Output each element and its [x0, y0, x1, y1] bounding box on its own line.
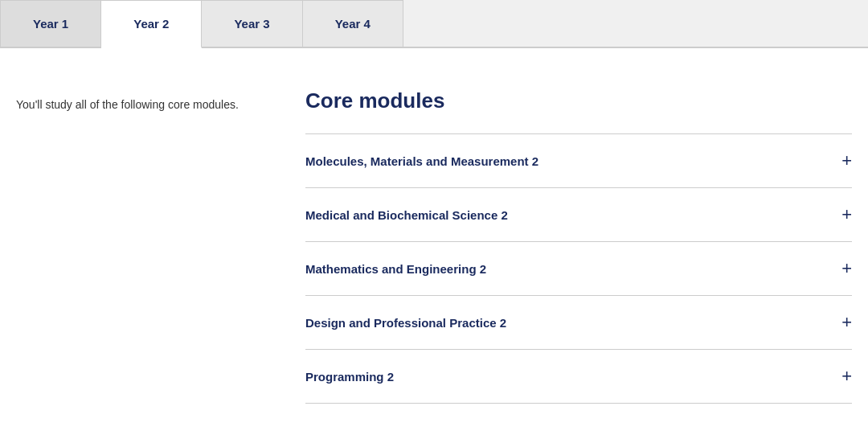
left-panel: You'll study all of the following core m… — [16, 88, 273, 404]
module-item-1[interactable]: Molecules, Materials and Measurement 2+ — [305, 133, 852, 187]
right-panel: Core modules Molecules, Materials and Me… — [305, 88, 852, 404]
module-item-2[interactable]: Medical and Biochemical Science 2+ — [305, 187, 852, 241]
tab-year1[interactable]: Year 1 — [0, 0, 101, 47]
year-tabs: Year 1Year 2Year 3Year 4 — [0, 0, 868, 48]
core-modules-description: You'll study all of the following core m… — [16, 96, 273, 113]
expand-icon-5: + — [841, 367, 852, 385]
module-name-2: Medical and Biochemical Science 2 — [305, 208, 508, 222]
core-modules-title: Core modules — [305, 88, 852, 113]
module-item-4[interactable]: Design and Professional Practice 2+ — [305, 295, 852, 349]
tab-year2[interactable]: Year 2 — [101, 0, 202, 48]
expand-icon-1: + — [841, 152, 852, 170]
module-item-5[interactable]: Programming 2+ — [305, 349, 852, 404]
module-name-4: Design and Professional Practice 2 — [305, 316, 506, 330]
module-name-5: Programming 2 — [305, 370, 394, 384]
expand-icon-2: + — [841, 206, 852, 224]
tab-year3[interactable]: Year 3 — [202, 0, 302, 47]
tab-year4[interactable]: Year 4 — [303, 0, 403, 47]
module-name-3: Mathematics and Engineering 2 — [305, 262, 486, 276]
module-name-1: Molecules, Materials and Measurement 2 — [305, 154, 538, 168]
module-item-3[interactable]: Mathematics and Engineering 2+ — [305, 241, 852, 295]
module-list: Molecules, Materials and Measurement 2+M… — [305, 133, 852, 404]
expand-icon-3: + — [841, 260, 852, 277]
main-content: You'll study all of the following core m… — [0, 48, 868, 428]
expand-icon-4: + — [841, 314, 852, 331]
